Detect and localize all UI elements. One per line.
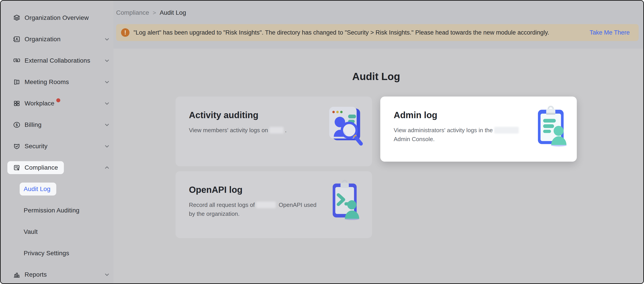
sidebar: Organization Overview Organization [1,1,114,283]
breadcrumb-compliance[interactable]: Compliance [116,9,149,16]
shield-check-icon [13,142,20,150]
sidebar-item-label: External Collaborations [24,57,90,64]
take-me-there-link[interactable]: Take Me There [590,29,630,36]
content-canvas: Audit Log Activity auditing View members… [114,49,643,283]
activity-auditing-card[interactable]: Activity auditing View members' activity… [176,97,372,166]
sidebar-item-workplace[interactable]: Workplace [7,97,110,110]
redacted-text [256,201,276,208]
chevron-down-icon [104,100,110,107]
bar-chart-icon [13,271,20,279]
page-title: Audit Log [176,69,577,84]
sidebar-item-label: Reports [24,271,47,278]
sidebar-subitem-vault[interactable]: Vault [20,225,110,238]
card-description: Record all request logs of OpenAPI usedb… [189,200,327,218]
redacted-text [269,127,284,134]
meeting-room-icon [13,78,20,86]
dollar-circle-icon: $ [13,121,20,129]
notification-dot [56,98,60,102]
profile-search-illustration [323,101,366,147]
sidebar-item-billing[interactable]: $ Billing [7,118,110,131]
grid-icon [13,100,20,107]
breadcrumb-separator-icon: > [153,9,156,16]
sidebar-subitem-label: Audit Log [24,185,50,193]
overlap-squares-icon [13,57,20,64]
breadcrumb-audit-log: Audit Log [160,9,186,16]
sidebar-item-label: Billing [24,121,42,129]
sidebar-item-reports[interactable]: Reports [7,268,110,281]
sidebar-item-label: Organization Overview [24,14,89,21]
sidebar-item-compliance[interactable]: Compliance [7,161,110,174]
admin-console-window: Organization Overview Organization [0,0,644,284]
sidebar-item-organization[interactable]: Organization [7,33,110,46]
sidebar-item-label: Security [24,143,48,150]
admin-log-card[interactable]: Admin log View administrators' activity … [380,97,577,162]
chevron-down-icon [104,271,110,278]
chevron-down-icon [104,122,110,128]
sidebar-item-label: Workplace [24,100,54,107]
card-grid: Activity auditing View members' activity… [176,97,577,238]
chevron-up-icon [104,164,110,171]
clipboard-terminal-illustration [323,176,366,222]
document-seal-icon [13,164,20,171]
layers-icon [13,14,20,22]
contact-card-icon [13,35,20,43]
sidebar-item-organization-overview[interactable]: Organization Overview [7,11,110,24]
sidebar-item-label: Compliance [24,164,58,171]
sidebar-item-label: Meeting Rooms [24,78,69,86]
alert-icon: ! [121,28,130,37]
sidebar-subitem-label: Privacy Settings [24,250,69,257]
card-description: View administrators' activity logs in th… [394,126,532,143]
chevron-down-icon [104,36,110,43]
sidebar-subitem-privacy-settings[interactable]: Privacy Settings [20,247,110,260]
main-area: Compliance > Audit Log ! "Log alert" has… [114,1,643,283]
sidebar-item-external-collaborations[interactable]: External Collaborations [7,54,110,67]
openapi-log-card[interactable]: OpenAPI log Record all request logs of O… [176,171,372,238]
sidebar-item-label: Organization [24,36,60,43]
sidebar-item-meeting-rooms[interactable]: Meeting Rooms [7,76,110,89]
card-description: View members' activity logs on. [189,126,327,135]
sidebar-subitem-label: Vault [24,228,38,235]
sidebar-item-security[interactable]: Security [7,140,110,153]
sidebar-subitem-label: Permission Auditing [24,207,80,214]
breadcrumb: Compliance > Audit Log [116,7,186,18]
banner-message: "Log alert" has been upgraded to "Risk I… [134,29,583,36]
sidebar-subitem-permission-auditing[interactable]: Permission Auditing [20,204,110,217]
clipboard-person-illustration [529,102,572,148]
svg-text:$: $ [16,123,18,127]
redacted-text [494,127,519,134]
chevron-down-icon [104,79,110,85]
upgrade-notice-banner: ! "Log alert" has been upgraded to "Risk… [116,24,639,41]
chevron-down-icon [104,57,110,64]
sidebar-subitem-audit-log[interactable]: Audit Log [20,183,110,195]
chevron-down-icon [104,143,110,149]
